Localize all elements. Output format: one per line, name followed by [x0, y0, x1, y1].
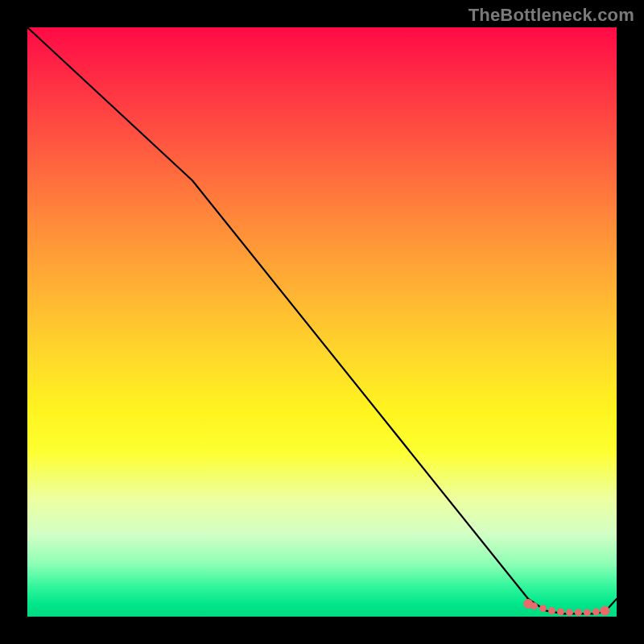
chart-frame: TheBottleneck.com [0, 0, 644, 644]
marker-dot [548, 607, 555, 614]
marker-dot [575, 609, 582, 616]
marker-dot [557, 609, 564, 616]
chart-overlay [27, 27, 617, 617]
marker-dot [539, 605, 547, 612]
watermark-text: TheBottleneck.com [469, 5, 634, 26]
marker-dot [600, 606, 609, 616]
plot-area [27, 27, 617, 617]
marker-group [523, 599, 609, 617]
marker-dot [592, 609, 600, 616]
curve-line [27, 27, 617, 613]
marker-dot [530, 602, 538, 609]
marker-dot [566, 609, 573, 616]
marker-dot [584, 609, 591, 616]
